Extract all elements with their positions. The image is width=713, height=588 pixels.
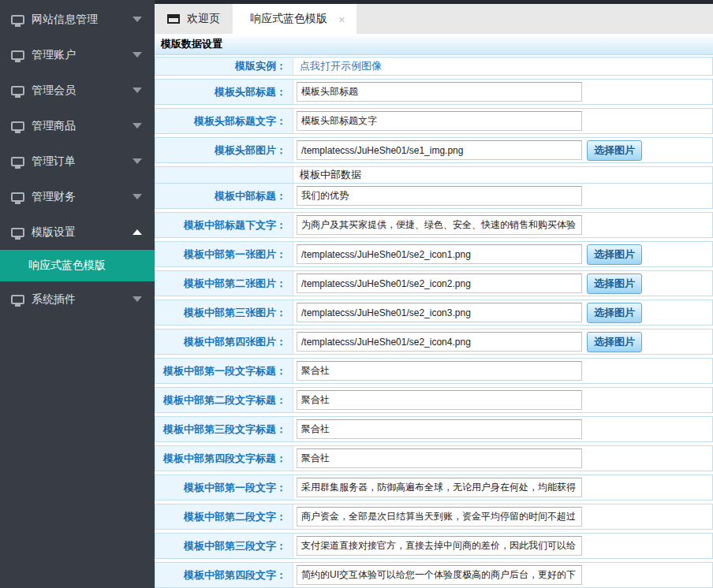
field-input-8[interactable]: [297, 274, 582, 293]
sidebar-item-1[interactable]: 管理账户: [0, 37, 155, 73]
form-row: 模板头部图片：选择图片: [155, 137, 713, 163]
field-input-12[interactable]: [297, 390, 582, 410]
tab-bar: 欢迎页 响应式蓝色模版 ×: [155, 4, 713, 34]
field-value-cell: 选择图片: [293, 329, 712, 354]
form-row: 模板中部第四段文字标题：: [155, 445, 713, 471]
display-icon: [11, 157, 24, 166]
caret-down-icon: [133, 123, 142, 128]
form-row: 模板头部标题文字：: [155, 108, 713, 134]
tab-label: 响应式蓝色模版: [250, 12, 327, 26]
form-row: 模板中部第三张图片：选择图片: [155, 300, 713, 326]
sidebar-item-0[interactable]: 网站信息管理: [0, 2, 155, 37]
form-row: 模板中部第四段文字：: [155, 562, 713, 588]
field-input-14[interactable]: [297, 448, 582, 468]
sidebar-item-label: 模版设置: [32, 225, 76, 240]
field-label: [155, 167, 293, 183]
tab-responsive-blue-template[interactable]: 响应式蓝色模版 ×: [233, 4, 356, 34]
display-icon: [11, 192, 24, 202]
field-value-cell: [293, 213, 712, 237]
caret-down-icon: [133, 296, 142, 302]
form-row: 模板中部数据: [155, 166, 713, 183]
field-value-cell: 模板中部数据: [293, 167, 712, 183]
display-icon: [11, 86, 24, 95]
choose-image-button[interactable]: 选择图片: [587, 140, 642, 161]
sidebar-item-4[interactable]: 管理订单: [0, 143, 155, 179]
field-input-6[interactable]: [297, 215, 582, 235]
sidebar-item-5[interactable]: 管理财务: [0, 179, 155, 214]
sidebar-item-label: 网站信息管理: [32, 13, 98, 27]
tab-welcome[interactable]: 欢迎页: [155, 4, 233, 34]
form-row: 模版实例：点我打开示例图像: [155, 57, 713, 76]
sidebar-item-label: 管理会员: [32, 84, 76, 98]
sidebar-item-3[interactable]: 管理商品: [0, 108, 155, 143]
field-input-16[interactable]: [297, 507, 582, 527]
section-title: 模板中部数据: [297, 168, 361, 182]
form-row: 模板中部第一张图片：选择图片: [155, 241, 713, 267]
field-label: 模板中部第一段文字：: [155, 475, 293, 500]
field-input-10[interactable]: [297, 332, 582, 352]
sidebar-item-label: 管理财务: [32, 190, 76, 204]
tab-label: 欢迎页: [187, 12, 220, 26]
field-input-18[interactable]: [297, 565, 582, 585]
main-area: 欢迎页 响应式蓝色模版 × 模版数据设置 模版实例：点我打开示例图像模板头部标题…: [155, 0, 713, 588]
field-label: 模板中部标题：: [155, 184, 293, 208]
field-input-1[interactable]: [297, 82, 582, 102]
display-icon: [11, 15, 24, 24]
field-value-cell: [293, 534, 712, 558]
form-row: 模板中部第二张图片：选择图片: [155, 270, 713, 296]
caret-down-icon: [133, 52, 142, 58]
display-icon: [11, 228, 24, 237]
field-value-cell: 选择图片: [293, 242, 712, 266]
field-value-cell: [293, 359, 712, 383]
field-label: 模板中部第四段文字：: [155, 563, 293, 587]
field-value-cell: 点我打开示例图像: [293, 58, 712, 75]
field-label: 模板中部第一段文字标题：: [155, 359, 293, 383]
field-value-cell: [293, 184, 712, 208]
field-value-cell: 选择图片: [293, 138, 712, 162]
field-value-cell: [293, 563, 712, 587]
field-input-13[interactable]: [297, 419, 582, 439]
caret-down-icon: [133, 87, 142, 93]
field-input-7[interactable]: [297, 244, 582, 264]
field-value-cell: [293, 388, 712, 412]
field-label: 模板中部第四段文字标题：: [155, 446, 293, 471]
form-row: 模板中部第三段文字：: [155, 533, 713, 559]
field-input-3[interactable]: [297, 140, 582, 160]
sidebar-item-7[interactable]: 系统插件: [0, 281, 155, 317]
choose-image-button[interactable]: 选择图片: [587, 274, 642, 294]
sidebar-subitem-active[interactable]: 响应式蓝色模版: [0, 250, 155, 281]
sidebar: 网站信息管理管理账户管理会员管理商品管理订单管理财务模版设置响应式蓝色模版系统插…: [0, 0, 155, 588]
close-icon[interactable]: ×: [338, 13, 345, 25]
field-value-cell: [293, 80, 712, 104]
choose-image-button[interactable]: 选择图片: [587, 244, 642, 265]
field-label: 模板中部第三段文字：: [155, 534, 293, 558]
field-value-cell: [293, 109, 712, 133]
field-input-15[interactable]: [297, 478, 582, 497]
choose-image-button[interactable]: 选择图片: [587, 303, 642, 323]
caret-down-icon: [133, 158, 142, 164]
field-label: 模板头部图片：: [155, 138, 293, 162]
field-value-cell: 选择图片: [293, 300, 712, 325]
field-input-11[interactable]: [297, 361, 582, 381]
display-icon: [11, 50, 24, 60]
form-row: 模板中部第四张图片：选择图片: [155, 329, 713, 355]
caret-down-icon: [133, 194, 142, 199]
sidebar-item-6[interactable]: 模版设置: [0, 214, 155, 250]
field-label: 模板中部第二段文字标题：: [155, 388, 293, 412]
open-example-image-link[interactable]: 点我打开示例图像: [297, 59, 382, 73]
choose-image-button[interactable]: 选择图片: [587, 332, 642, 352]
field-label: 模板中部第四张图片：: [155, 329, 293, 354]
field-value-cell: [293, 446, 712, 471]
field-input-2[interactable]: [297, 111, 582, 131]
sidebar-item-2[interactable]: 管理会员: [0, 73, 155, 108]
form-row: 模板中部第一段文字：: [155, 474, 713, 501]
sidebar-subitem-label: 响应式蓝色模版: [28, 259, 106, 273]
field-input-9[interactable]: [297, 303, 582, 322]
field-input-17[interactable]: [297, 536, 582, 556]
window-icon: [167, 14, 180, 24]
field-input-5[interactable]: [297, 186, 582, 206]
display-icon: [11, 295, 24, 304]
field-value-cell: [293, 475, 712, 500]
field-label: 模版实例：: [155, 58, 293, 75]
form-row: 模板中部第二段文字标题：: [155, 387, 713, 413]
